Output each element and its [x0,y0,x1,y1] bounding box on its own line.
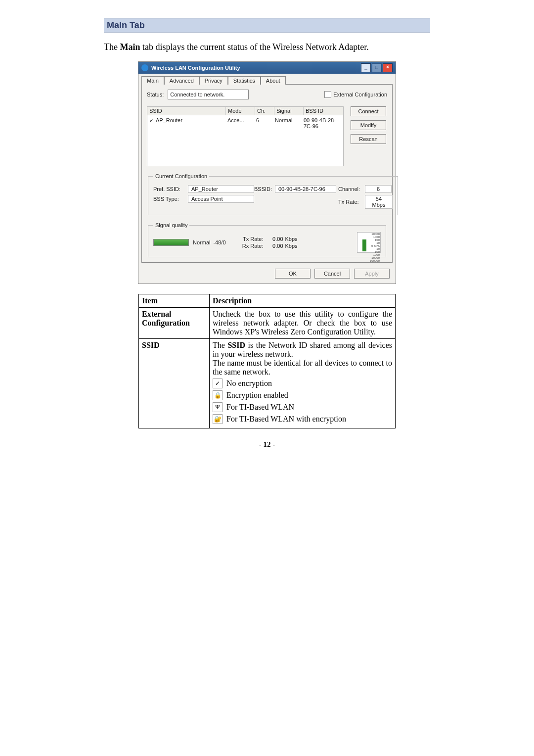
col-mode[interactable]: Mode [226,107,255,115]
signal-bar [153,239,189,246]
tab-advanced-label: Advanced [170,78,194,84]
txrate-val: 0.00 [266,236,285,242]
tab-statistics-label: Statistics [233,78,255,84]
ok-button[interactable]: OK [275,269,311,279]
tab-advanced[interactable]: Advanced [164,76,199,85]
col-bssid[interactable]: BSS ID [304,107,343,115]
apply-button: Apply [354,269,390,279]
bss-type-value: Access Point [188,195,254,203]
cc-legend: Current Configuration [153,173,209,179]
lock-icon: 🔒 [213,390,222,400]
tab-privacy[interactable]: Privacy [199,76,228,85]
dialog-buttons: OK Cancel Apply [138,266,396,284]
meter-ticks: 10000 1000 100 10 0 BPS 10 100 1000 1000… [370,233,380,252]
row-signal: Normal [273,116,302,130]
cancel-button[interactable]: Cancel [314,269,350,279]
pref-ssid-label: Pref. SSID: [153,186,188,192]
tick: 100000 [370,259,380,262]
section-title: Main Tab [107,20,145,30]
row-ssid-text: AP_Router [156,117,182,123]
row-ch: 6 [254,116,273,130]
external-config-checkbox[interactable] [324,91,331,98]
tab-main[interactable]: Main [141,76,164,85]
td-item-extcfg: External Configuration [139,308,210,339]
rate-block: Tx Rate:0.00Kbps Rx Rate:0.00Kbps [236,236,298,249]
minimize-button[interactable]: _ [361,63,371,72]
row-bssid: 00-90-4B-28-7C-96 [302,116,343,130]
icon-label-d: For TI-Based WLAN with encryption [226,415,346,424]
window-title: Wireless LAN Configuration Utility [151,65,240,71]
external-config-label: External Configuration [333,92,387,97]
modify-button[interactable]: Modify [351,120,386,130]
tab-about[interactable]: About [261,76,286,85]
txrate-value: 54 Mbps [365,195,393,209]
th-desc: Description [210,294,396,308]
item-line1: External [142,310,172,318]
list-header: SSID Mode Ch. Signal BSS ID [147,107,343,115]
txrate-unit: Kbps [285,236,298,242]
signal-quality: Normal [193,239,210,245]
current-config-fieldset: Current Configuration Pref. SSID:AP_Rout… [148,173,398,215]
network-list[interactable]: SSID Mode Ch. Signal BSS ID ✓AP_Router A… [147,106,344,166]
intro-bold: Main [120,42,140,52]
connect-button[interactable]: Connect [351,106,386,116]
icon-row-a: ✓ No encryption [213,378,392,388]
status-label: Status: [147,92,164,97]
channel-label: Channel: [338,186,365,192]
maximize-button: □ [372,63,382,72]
page-number: - 12 - [104,440,430,449]
screenshot-window: Wireless LAN Configuration Utility _ □ ×… [138,61,396,284]
bss-type-label: BSS Type: [153,196,188,202]
col-ch[interactable]: Ch. [255,107,274,115]
intro-prefix: The [104,42,120,52]
antenna-icon: Ψ [213,402,222,412]
tab-statistics[interactable]: Statistics [228,76,261,85]
tab-privacy-label: Privacy [205,78,222,84]
bssid-label: BSSID: [254,186,275,192]
intro-suffix: tab displays the current status of the W… [140,42,369,52]
rxrate-val: 0.00 [266,242,285,249]
check-icon: ✓ [149,117,154,123]
ssid-line2: The name must be identical for all devic… [213,359,392,377]
meter-bar [362,239,366,251]
txrate-lbl: Tx Rate: [236,236,266,242]
antenna-lock-icon: 🔐 [213,414,222,424]
description-table: Item Description External Configuration … [138,294,396,428]
pref-ssid-value: AP_Router [188,185,254,193]
intro-text: The Main tab displays the current status… [104,42,430,52]
status-row: Status: Connected to network. External C… [147,90,387,99]
bssid-value: 00-90-4B-28-7C-96 [275,185,336,193]
row-mode: Acce... [225,116,254,130]
p: The [213,341,227,349]
channel-value: 6 [365,185,392,193]
ssid-line1: The SSID is the Network ID shared among … [213,341,392,359]
rate-meter: 10000 1000 100 10 0 BPS 10 100 1000 1000… [357,232,381,253]
icon-row-c: Ψ For TI-Based WLAN [213,402,392,412]
check-icon: ✓ [213,378,222,388]
network-area: SSID Mode Ch. Signal BSS ID ✓AP_Router A… [147,106,387,166]
tab-about-label: About [266,78,280,84]
list-row[interactable]: ✓AP_Router Acce... 6 Normal 00-90-4B-28-… [147,115,343,131]
page-suffix: - [271,440,275,448]
signal-value: -48/0 [213,239,225,245]
rxrate-lbl: Rx Rate: [236,242,266,249]
icon-row-d: 🔐 For TI-Based WLAN with encryption [213,414,392,424]
col-ssid[interactable]: SSID [147,107,226,115]
b: SSID [227,341,245,349]
app-icon [141,64,148,71]
item-line2: Configuration [142,319,190,327]
page-prefix: - [259,440,264,448]
close-button[interactable]: × [383,63,393,72]
col-signal[interactable]: Signal [274,107,304,115]
tab-main-label: Main [147,78,159,84]
rxrate-unit: Kbps [285,242,298,249]
rescan-button[interactable]: Rescan [351,134,386,144]
status-field: Connected to network. [168,90,248,99]
row-ssid: ✓AP_Router [147,116,225,130]
icon-row-b: 🔒 Encryption enabled [213,390,392,400]
icon-label-b: Encryption enabled [226,391,288,400]
icon-label-c: For TI-Based WLAN [226,403,294,412]
main-panel: Status: Connected to network. External C… [141,84,393,263]
icon-label-a: No encryption [226,379,272,388]
signal-fieldset: Signal quality Normal -48/0 Tx Rate:0.00… [148,222,386,257]
